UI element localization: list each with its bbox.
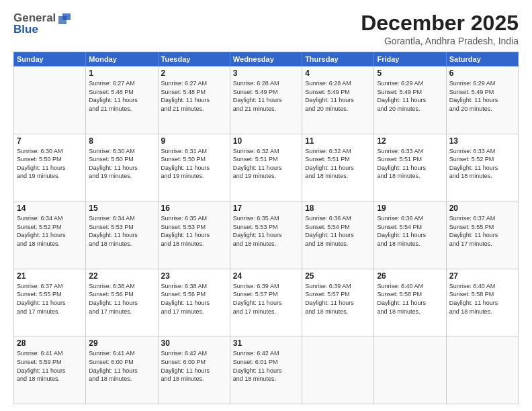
day-number: 9 [161,136,227,146]
day-number: 30 [161,338,227,348]
calendar-cell: 24Sunrise: 6:39 AM Sunset: 5:57 PM Dayli… [230,269,302,336]
calendar-cell: 30Sunrise: 6:42 AM Sunset: 6:00 PM Dayli… [158,336,230,404]
day-number: 28 [17,338,83,348]
calendar-day-header-tuesday: Tuesday [158,52,230,66]
day-info: Sunrise: 6:28 AM Sunset: 5:49 PM Dayligh… [233,79,299,113]
day-number: 7 [17,136,83,146]
calendar-cell [14,66,86,134]
calendar-cell: 16Sunrise: 6:35 AM Sunset: 5:53 PM Dayli… [158,201,230,269]
day-number: 31 [233,338,299,348]
calendar-cell: 8Sunrise: 6:30 AM Sunset: 5:50 PM Daylig… [86,134,158,201]
day-number: 22 [89,271,154,281]
calendar-day-header-monday: Monday [86,52,158,66]
calendar-cell: 29Sunrise: 6:41 AM Sunset: 6:00 PM Dayli… [86,336,158,404]
subtitle: Gorantla, Andhra Pradesh, India [361,36,519,46]
calendar-day-header-saturday: Saturday [446,52,518,66]
day-info: Sunrise: 6:29 AM Sunset: 5:49 PM Dayligh… [449,79,515,113]
day-number: 5 [377,68,443,78]
day-number: 21 [17,271,83,281]
calendar-cell: 1Sunrise: 6:27 AM Sunset: 5:48 PM Daylig… [86,66,158,134]
calendar-cell: 10Sunrise: 6:32 AM Sunset: 5:51 PM Dayli… [230,134,302,201]
calendar-cell: 3Sunrise: 6:28 AM Sunset: 5:49 PM Daylig… [230,66,302,134]
calendar-cell [374,336,446,404]
day-number: 27 [449,271,515,281]
day-info: Sunrise: 6:27 AM Sunset: 5:48 PM Dayligh… [89,79,154,113]
day-number: 2 [161,68,227,78]
day-info: Sunrise: 6:30 AM Sunset: 5:50 PM Dayligh… [89,147,154,181]
calendar-cell: 21Sunrise: 6:37 AM Sunset: 5:55 PM Dayli… [14,269,86,336]
day-info: Sunrise: 6:40 AM Sunset: 5:58 PM Dayligh… [377,282,443,316]
calendar-cell: 31Sunrise: 6:42 AM Sunset: 6:01 PM Dayli… [230,336,302,404]
day-number: 16 [161,203,227,213]
calendar-week-row: 14Sunrise: 6:34 AM Sunset: 5:52 PM Dayli… [14,201,519,269]
calendar-cell: 14Sunrise: 6:34 AM Sunset: 5:52 PM Dayli… [14,201,86,269]
day-info: Sunrise: 6:33 AM Sunset: 5:51 PM Dayligh… [377,147,443,181]
day-info: Sunrise: 6:37 AM Sunset: 5:55 PM Dayligh… [17,282,83,316]
calendar-week-row: 7Sunrise: 6:30 AM Sunset: 5:50 PM Daylig… [14,134,519,201]
calendar-week-row: 21Sunrise: 6:37 AM Sunset: 5:55 PM Dayli… [14,269,519,336]
day-info: Sunrise: 6:42 AM Sunset: 6:00 PM Dayligh… [161,349,227,383]
calendar-cell: 28Sunrise: 6:41 AM Sunset: 5:59 PM Dayli… [14,336,86,404]
day-info: Sunrise: 6:27 AM Sunset: 5:48 PM Dayligh… [161,79,227,113]
calendar-cell: 22Sunrise: 6:38 AM Sunset: 5:56 PM Dayli… [86,269,158,336]
calendar-cell: 27Sunrise: 6:40 AM Sunset: 5:58 PM Dayli… [446,269,518,336]
day-info: Sunrise: 6:35 AM Sunset: 5:53 PM Dayligh… [233,214,299,248]
calendar-cell: 11Sunrise: 6:32 AM Sunset: 5:51 PM Dayli… [302,134,374,201]
day-info: Sunrise: 6:40 AM Sunset: 5:58 PM Dayligh… [449,282,515,316]
day-number: 25 [305,271,371,281]
day-number: 8 [89,136,154,146]
calendar-cell: 20Sunrise: 6:37 AM Sunset: 5:55 PM Dayli… [446,201,518,269]
day-number: 14 [17,203,83,213]
calendar-day-header-friday: Friday [374,52,446,66]
day-number: 11 [305,136,371,146]
calendar-day-header-wednesday: Wednesday [230,52,302,66]
day-number: 15 [89,203,154,213]
day-info: Sunrise: 6:38 AM Sunset: 5:56 PM Dayligh… [161,282,227,316]
day-info: Sunrise: 6:41 AM Sunset: 5:59 PM Dayligh… [17,349,83,383]
day-info: Sunrise: 6:39 AM Sunset: 5:57 PM Dayligh… [305,282,371,316]
calendar-day-header-sunday: Sunday [14,52,86,66]
day-number: 10 [233,136,299,146]
day-info: Sunrise: 6:39 AM Sunset: 5:57 PM Dayligh… [233,282,299,316]
title-section: December 2025 Gorantla, Andhra Pradesh, … [361,11,519,46]
calendar-cell: 5Sunrise: 6:29 AM Sunset: 5:49 PM Daylig… [374,66,446,134]
day-info: Sunrise: 6:30 AM Sunset: 5:50 PM Dayligh… [17,147,83,181]
calendar-cell: 12Sunrise: 6:33 AM Sunset: 5:51 PM Dayli… [374,134,446,201]
day-info: Sunrise: 6:34 AM Sunset: 5:52 PM Dayligh… [17,214,83,248]
calendar-cell: 25Sunrise: 6:39 AM Sunset: 5:57 PM Dayli… [302,269,374,336]
day-info: Sunrise: 6:36 AM Sunset: 5:54 PM Dayligh… [305,214,371,248]
day-number: 24 [233,271,299,281]
day-number: 23 [161,271,227,281]
logo-icon [57,11,72,26]
calendar-body: 1Sunrise: 6:27 AM Sunset: 5:48 PM Daylig… [14,66,519,404]
day-info: Sunrise: 6:32 AM Sunset: 5:51 PM Dayligh… [233,147,299,181]
calendar-cell: 26Sunrise: 6:40 AM Sunset: 5:58 PM Dayli… [374,269,446,336]
calendar-cell: 4Sunrise: 6:28 AM Sunset: 5:49 PM Daylig… [302,66,374,134]
calendar-cell: 7Sunrise: 6:30 AM Sunset: 5:50 PM Daylig… [14,134,86,201]
day-info: Sunrise: 6:29 AM Sunset: 5:49 PM Dayligh… [377,79,443,113]
svg-marker-1 [58,16,66,24]
day-info: Sunrise: 6:32 AM Sunset: 5:51 PM Dayligh… [305,147,371,181]
day-info: Sunrise: 6:41 AM Sunset: 6:00 PM Dayligh… [89,349,154,383]
day-number: 1 [89,68,154,78]
day-number: 6 [449,68,515,78]
calendar-cell [302,336,374,404]
day-info: Sunrise: 6:35 AM Sunset: 5:53 PM Dayligh… [161,214,227,248]
page: General Blue December 2025 Gorantla, And… [0,0,532,411]
day-number: 29 [89,338,154,348]
day-info: Sunrise: 6:33 AM Sunset: 5:52 PM Dayligh… [449,147,515,181]
day-number: 20 [449,203,515,213]
calendar-cell: 23Sunrise: 6:38 AM Sunset: 5:56 PM Dayli… [158,269,230,336]
month-title: December 2025 [361,11,519,36]
calendar-cell: 15Sunrise: 6:34 AM Sunset: 5:53 PM Dayli… [86,201,158,269]
calendar-week-row: 1Sunrise: 6:27 AM Sunset: 5:48 PM Daylig… [14,66,519,134]
calendar-day-header-thursday: Thursday [302,52,374,66]
day-info: Sunrise: 6:42 AM Sunset: 6:01 PM Dayligh… [233,349,299,383]
day-number: 17 [233,203,299,213]
day-number: 26 [377,271,443,281]
day-number: 12 [377,136,443,146]
calendar-week-row: 28Sunrise: 6:41 AM Sunset: 5:59 PM Dayli… [14,336,519,404]
day-number: 3 [233,68,299,78]
day-info: Sunrise: 6:38 AM Sunset: 5:56 PM Dayligh… [89,282,154,316]
calendar-cell: 6Sunrise: 6:29 AM Sunset: 5:49 PM Daylig… [446,66,518,134]
